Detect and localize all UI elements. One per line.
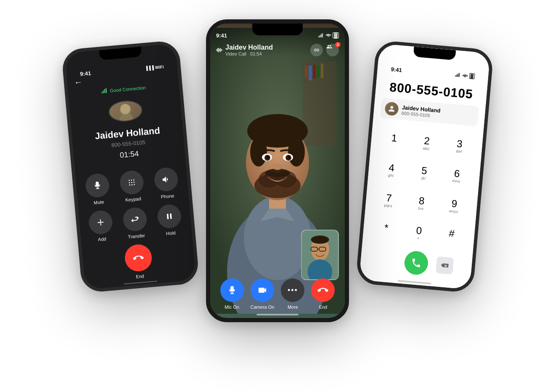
right-phone-content: 9:41 ▓ 800-555-0105 [359, 44, 490, 290]
dial-letters-3: def [456, 149, 462, 154]
dial-key-9[interactable]: 9 wxyz [437, 190, 471, 222]
end-call-button[interactable] [124, 243, 153, 272]
hold-button[interactable]: Hold [154, 203, 185, 237]
dial-num-9: 9 [451, 198, 458, 209]
svg-rect-44 [319, 36, 320, 37]
video-call-type: Video Call 01:54 [225, 51, 273, 56]
more-dots-icon: ••• [288, 286, 298, 295]
dial-num-star: * [384, 222, 389, 233]
end-label: End [136, 273, 145, 279]
dial-key-3[interactable]: 3 def [442, 130, 477, 162]
camera-on-label: Camera On [251, 305, 275, 310]
svg-rect-2 [104, 89, 106, 93]
add-call-button[interactable]: Add [85, 209, 116, 243]
hold-icon-circle [156, 204, 182, 229]
svg-rect-45 [320, 35, 321, 37]
dial-key-4[interactable]: 4 ghi [374, 154, 409, 186]
video-caller-name-block: Jaidev Holland Video Call 01:54 [225, 44, 273, 56]
center-phone-content: 9:41 ▓ [210, 24, 345, 318]
svg-rect-47 [322, 33, 323, 37]
keypad-button[interactable]: Keypad [116, 170, 148, 203]
add-icon-circle [88, 209, 114, 235]
svg-rect-48 [216, 49, 217, 50]
end-call-center-button[interactable]: End [311, 278, 335, 310]
svg-point-32 [288, 137, 305, 167]
mic-on-icon-circle [220, 278, 244, 302]
svg-rect-63 [455, 75, 456, 77]
svg-point-43 [272, 163, 283, 170]
svg-rect-25 [321, 64, 323, 78]
participants-button[interactable]: 2 [326, 44, 339, 56]
svg-rect-18 [170, 213, 172, 219]
signal-icon-center [318, 33, 324, 37]
call-button-right[interactable] [404, 250, 429, 276]
dial-key-1[interactable]: 1 [377, 124, 411, 156]
caller-avatar-left [108, 99, 143, 122]
svg-rect-23 [313, 65, 315, 78]
end-call-center-label: End [319, 305, 328, 310]
svg-rect-52 [220, 48, 221, 52]
end-call-row: End [89, 240, 189, 283]
dial-num-1: 1 [391, 132, 398, 143]
dial-key-star[interactable]: * [369, 215, 404, 246]
dial-key-2[interactable]: 2 abc [410, 127, 444, 159]
battery-icon-center: ▓ [333, 32, 339, 38]
transfer-button[interactable]: Transfer [120, 206, 151, 240]
svg-point-42 [288, 156, 290, 159]
svg-point-31 [250, 137, 267, 167]
left-phone-content: 9:41 ▐▐▐ WiFi ← Good Conne [65, 44, 196, 290]
more-button[interactable]: ••• More [281, 278, 304, 310]
svg-rect-49 [217, 48, 218, 52]
dial-letters-1 [393, 143, 394, 148]
mute-icon-circle [85, 172, 110, 198]
video-caller-name: Jaidev Holland [225, 44, 273, 51]
mute-button[interactable]: Mute [82, 172, 113, 206]
dial-letters-6: mno [452, 179, 460, 185]
mic-on-button[interactable]: Mic On [220, 278, 244, 310]
link-button[interactable] [310, 44, 323, 56]
svg-rect-65 [457, 74, 458, 77]
phone-left: 9:41 ▐▐▐ WiFi ← Good Conne [61, 40, 199, 293]
add-label: Add [98, 236, 106, 242]
keypad-icon-circle [119, 170, 145, 195]
dial-letters-9: wxyz [449, 209, 458, 215]
svg-rect-51 [219, 49, 220, 51]
more-label: More [288, 305, 298, 310]
dial-letters-0: + [417, 236, 420, 241]
dial-letters-7: pqrs [384, 203, 392, 209]
transfer-icon-circle [122, 207, 148, 232]
contact-avatar-small [384, 101, 399, 116]
keypad-label: Keypad [125, 196, 141, 202]
dial-num-8: 8 [418, 195, 425, 207]
video-caller-info: Jaidev Holland Video Call 01:54 [216, 44, 273, 56]
camera-on-icon-circle [251, 278, 274, 302]
svg-point-61 [311, 236, 329, 244]
status-time-center: 9:41 [216, 32, 227, 39]
signal-wave-icon [101, 88, 108, 94]
contact-suggestion[interactable]: Jaidev Holland 800-555-0105 [380, 98, 479, 126]
svg-point-16 [134, 184, 135, 185]
dial-key-8[interactable]: 8 tuv [404, 187, 439, 219]
camera-on-button[interactable]: Camera On [251, 278, 275, 310]
dial-num-hash: # [449, 228, 455, 239]
speaker-icon-circle [153, 167, 179, 192]
status-time-right: 9:41 [391, 66, 402, 73]
dialpad-grid: 1 2 abc 3 def 4 ghi 5 jkl [369, 124, 477, 252]
phones-container: 9:41 ▐▐▐ WiFi ← Good Conne [46, 11, 509, 381]
speaker-button[interactable]: Phone [151, 167, 182, 200]
svg-rect-22 [309, 66, 312, 80]
svg-rect-46 [321, 34, 322, 37]
hold-label: Hold [166, 230, 176, 236]
spacer [379, 260, 396, 261]
svg-rect-0 [101, 92, 102, 93]
dial-key-6[interactable]: 6 mno [439, 160, 474, 192]
dial-key-hash[interactable]: # [434, 220, 469, 252]
svg-rect-64 [456, 74, 457, 77]
delete-button[interactable] [436, 256, 454, 274]
dial-key-0[interactable]: 0 + [402, 217, 436, 249]
mic-on-label: Mic On [225, 305, 239, 310]
pip-video [301, 230, 339, 280]
status-time-left: 9:41 [80, 70, 91, 77]
dial-key-7[interactable]: 7 pqrs [372, 185, 406, 217]
dial-key-5[interactable]: 5 jkl [407, 157, 441, 189]
